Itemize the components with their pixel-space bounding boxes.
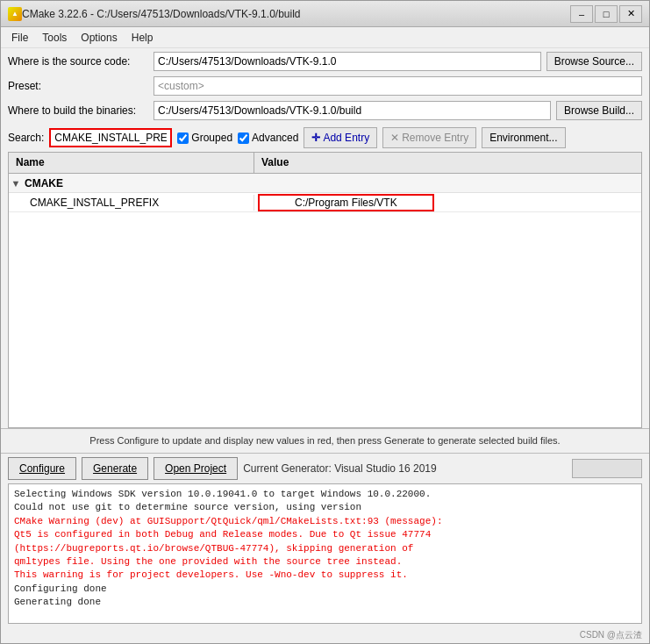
- window-title: CMake 3.22.6 - C:/Users/47513/Downloads/…: [22, 8, 570, 20]
- binaries-row: Where to build the binaries: Browse Buil…: [1, 97, 649, 124]
- preset-label: Preset:: [8, 80, 148, 92]
- menu-bar: File Tools Options Help: [1, 27, 649, 48]
- group-toggle-cmake[interactable]: ▼: [9, 178, 23, 189]
- browse-source-button[interactable]: Browse Source...: [546, 52, 642, 71]
- environment-button[interactable]: Environment...: [482, 127, 565, 148]
- group-row-cmake[interactable]: ▼ CMAKE: [9, 174, 641, 193]
- advanced-checkbox[interactable]: [238, 132, 249, 144]
- advanced-label: Advanced: [252, 132, 298, 144]
- preset-row: Preset: <custom>: [1, 75, 649, 97]
- search-input[interactable]: [49, 128, 172, 147]
- source-input[interactable]: [154, 52, 541, 71]
- binaries-label: Where to build the binaries:: [8, 104, 148, 117]
- log-line: This warning is for project developers. …: [14, 569, 636, 582]
- entry-name-cmake-install-prefix: CMAKE_INSTALL_PREFIX: [9, 195, 254, 211]
- title-bar: ▲ CMake 3.22.6 - C:/Users/47513/Download…: [1, 1, 649, 27]
- bottom-bar: Configure Generate Open Project Current …: [1, 453, 649, 483]
- open-project-button[interactable]: Open Project: [154, 457, 238, 480]
- log-line: Generating done: [14, 596, 636, 609]
- menu-help[interactable]: Help: [125, 30, 161, 46]
- entry-value-cmake-install-prefix: C:/Program Files/VTK: [254, 192, 641, 213]
- search-label: Search:: [8, 132, 44, 144]
- grouped-checkbox-label[interactable]: Grouped: [177, 132, 232, 144]
- log-area: Selecting Windows SDK version 10.0.19041…: [8, 483, 642, 624]
- cmake-table: Name Value ▼ CMAKE CMAKE_INSTALL_PREFIX …: [8, 152, 642, 428]
- log-line: qmltypes file. Using the one provided wi…: [14, 555, 636, 569]
- grouped-checkbox[interactable]: [177, 132, 189, 144]
- grouped-label: Grouped: [191, 132, 232, 144]
- status-message: Press Configure to update and display ne…: [1, 428, 649, 453]
- entry-value-highlighted[interactable]: C:/Program Files/VTK: [258, 194, 434, 211]
- table-row[interactable]: CMAKE_INSTALL_PREFIX C:/Program Files/VT…: [9, 193, 641, 212]
- progress-bar: [572, 459, 642, 478]
- menu-file[interactable]: File: [4, 30, 35, 46]
- col-value-header: Value: [254, 153, 641, 173]
- log-line: Qt5 is configured in both Debug and Rele…: [14, 528, 636, 541]
- advanced-checkbox-label[interactable]: Advanced: [238, 132, 298, 144]
- plus-icon: ✛: [311, 132, 320, 144]
- maximize-button[interactable]: □: [595, 5, 618, 23]
- source-label: Where is the source code:: [8, 55, 148, 68]
- browse-build-button[interactable]: Browse Build...: [556, 101, 642, 120]
- main-window: ▲ CMake 3.22.6 - C:/Users/47513/Download…: [0, 0, 650, 644]
- minimize-button[interactable]: –: [570, 5, 593, 23]
- configure-button[interactable]: Configure: [8, 457, 76, 480]
- watermark: CSDN @点云渣: [1, 627, 649, 643]
- table-body: ▼ CMAKE CMAKE_INSTALL_PREFIX C:/Program …: [9, 174, 641, 427]
- group-name-cmake: CMAKE: [23, 177, 63, 190]
- window-controls: – □ ✕: [570, 5, 642, 23]
- app-icon: ▲: [8, 7, 22, 21]
- x-icon: ✕: [390, 132, 399, 144]
- table-header: Name Value: [9, 153, 641, 174]
- toolbar-row: Search: Grouped Advanced ✛ Add Entry ✕ R…: [1, 124, 649, 152]
- log-line: Could not use git to determine source ve…: [14, 501, 636, 514]
- generate-button[interactable]: Generate: [82, 457, 148, 480]
- source-row: Where is the source code: Browse Source.…: [1, 48, 649, 75]
- binaries-input[interactable]: [154, 101, 551, 120]
- menu-tools[interactable]: Tools: [35, 30, 74, 46]
- generator-label: Current Generator: Visual Studio 16 2019: [243, 462, 567, 475]
- log-line: CMake Warning (dev) at GUISupport/QtQuic…: [14, 515, 636, 528]
- log-line: (https://bugreports.qt.io/browse/QTBUG-4…: [14, 542, 636, 555]
- close-button[interactable]: ✕: [619, 5, 642, 23]
- menu-options[interactable]: Options: [74, 30, 124, 46]
- log-line: Configuring done: [14, 583, 636, 596]
- remove-entry-button[interactable]: ✕ Remove Entry: [382, 127, 476, 148]
- col-name-header: Name: [9, 153, 254, 173]
- preset-select[interactable]: <custom>: [154, 76, 642, 96]
- log-line: Selecting Windows SDK version 10.0.19041…: [14, 488, 636, 501]
- add-entry-button[interactable]: ✛ Add Entry: [304, 127, 377, 148]
